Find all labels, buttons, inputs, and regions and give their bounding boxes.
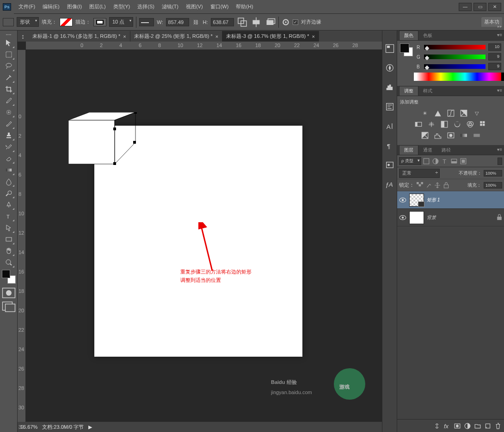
g-value[interactable]: 9	[488, 53, 501, 61]
stroke-swatch[interactable]	[93, 18, 106, 26]
filter-type-icon[interactable]: T	[442, 158, 448, 164]
panel-menu-icon[interactable]: ▾≡	[497, 88, 502, 93]
color-picker-tool[interactable]	[2, 270, 16, 284]
levels-icon[interactable]	[434, 109, 442, 117]
photofilter-icon[interactable]	[453, 120, 461, 128]
link-layers-icon[interactable]	[434, 423, 440, 429]
threshold-icon[interactable]	[447, 131, 455, 140]
path-select-tool[interactable]	[3, 222, 15, 233]
tab-adjustments[interactable]: 调整	[399, 86, 418, 96]
close-icon[interactable]: ×	[312, 34, 315, 39]
document-info[interactable]: 文档:23.0M/0 字节	[42, 424, 84, 431]
brush-tool[interactable]	[3, 118, 15, 129]
r-value[interactable]: 10	[488, 43, 501, 51]
rectangle-tool[interactable]	[3, 233, 15, 245]
fill-swatch[interactable]	[60, 18, 73, 26]
stroke-width-dropdown[interactable]: 10 点	[109, 17, 133, 27]
filter-shape-icon[interactable]	[451, 158, 457, 164]
stamp-tool[interactable]	[3, 129, 15, 141]
color-spectrum[interactable]	[414, 73, 504, 81]
type-tool[interactable]: T	[3, 210, 15, 222]
menu-help[interactable]: 帮助(H)	[232, 0, 257, 13]
colorlookup-icon[interactable]	[479, 120, 487, 128]
bw-icon[interactable]	[440, 120, 449, 128]
brightness-icon[interactable]: ☀	[421, 109, 429, 117]
fg-color-swatch[interactable]	[400, 43, 409, 53]
group-icon[interactable]	[474, 423, 481, 429]
b-value[interactable]: 9	[488, 63, 501, 70]
screen-mode-tool[interactable]	[2, 301, 16, 312]
tab-swatches[interactable]: 色板	[418, 31, 437, 40]
path-arrange-icon[interactable]	[264, 17, 276, 28]
tab-channels[interactable]: 通道	[418, 146, 437, 155]
lock-all-icon[interactable]	[443, 182, 449, 189]
layer-row[interactable]: 背景	[397, 209, 504, 226]
layer-name[interactable]: 背景	[427, 214, 494, 221]
eyedropper-tool[interactable]	[3, 95, 15, 106]
visibility-icon[interactable]	[399, 196, 406, 204]
foreground-color[interactable]	[2, 270, 10, 278]
menu-image[interactable]: 图像(I)	[63, 0, 86, 13]
eraser-tool[interactable]	[3, 152, 15, 164]
hue-icon[interactable]	[414, 120, 423, 128]
menu-view[interactable]: 视图(V)	[182, 0, 207, 13]
pen-tool[interactable]	[3, 199, 15, 210]
opacity-input[interactable]: 100%	[484, 170, 502, 176]
curves-icon[interactable]	[447, 109, 455, 117]
close-icon[interactable]: ×	[123, 34, 126, 39]
lock-image-icon[interactable]	[425, 182, 432, 189]
minimize-button[interactable]: —	[459, 3, 472, 11]
path-align-icon[interactable]	[251, 17, 262, 28]
healing-tool[interactable]	[3, 106, 15, 118]
new-layer-icon[interactable]	[485, 423, 491, 429]
dodge-tool[interactable]	[3, 187, 15, 199]
collapse-icon[interactable]: ▸▸	[498, 24, 502, 29]
document-tab-2[interactable]: 未标题-2 @ 25% (矩形 1, RGB/8) *×	[130, 31, 223, 42]
properties-panel-icon[interactable]	[385, 102, 395, 112]
crop-tool[interactable]	[3, 83, 15, 95]
lock-position-icon[interactable]	[434, 182, 441, 189]
layer-name[interactable]: 矩形 1	[427, 197, 502, 203]
marquee-tool[interactable]	[3, 49, 15, 60]
move-tool[interactable]	[3, 37, 15, 49]
menu-edit[interactable]: 编辑(E)	[39, 0, 63, 13]
exposure-icon[interactable]	[460, 109, 468, 117]
colorbalance-icon[interactable]	[427, 120, 436, 128]
stroke-style-dropdown[interactable]	[139, 18, 154, 26]
menu-file[interactable]: 文件(F)	[15, 0, 39, 13]
close-button[interactable]: ✕	[488, 3, 501, 11]
delete-layer-icon[interactable]	[495, 423, 501, 429]
histogram-panel-icon[interactable]	[385, 82, 395, 92]
gradient-tool[interactable]	[3, 164, 15, 176]
quick-mask-tool[interactable]	[2, 287, 16, 298]
path-combine-icon[interactable]	[237, 17, 248, 28]
vibrance-icon[interactable]: ▽	[473, 109, 481, 117]
gradientmap-icon[interactable]	[460, 131, 468, 140]
tabs-grip[interactable]	[22, 32, 26, 42]
glyphs-panel-icon[interactable]: ƒA	[385, 179, 395, 189]
filter-adjust-icon[interactable]	[432, 158, 439, 164]
b-slider[interactable]	[424, 64, 486, 69]
document-tab-3[interactable]: 未标题-3 @ 16.7% (矩形 1, RGB/8) *×	[222, 31, 319, 42]
r-slider[interactable]	[424, 45, 486, 49]
lock-transparent-icon[interactable]	[417, 182, 423, 189]
tool-preset[interactable]	[3, 18, 14, 26]
layer-thumbnail[interactable]	[409, 194, 424, 207]
link-icon[interactable]: ⛓	[192, 18, 200, 26]
document-tab-1[interactable]: 未标题-1 @ 16.7% (多边形 1, RGB/8) *×	[29, 31, 130, 42]
height-input[interactable]	[211, 18, 234, 26]
selectivecolor-icon[interactable]	[473, 131, 481, 140]
status-arrow[interactable]: ▶	[88, 424, 92, 430]
close-icon[interactable]: ×	[215, 34, 218, 39]
posterize-icon[interactable]	[434, 131, 442, 140]
width-input[interactable]	[166, 18, 189, 26]
tab-layers[interactable]: 图层	[399, 145, 418, 155]
hand-tool[interactable]	[3, 245, 15, 256]
layer-fx-icon[interactable]: fx	[444, 423, 450, 429]
shape-mode-dropdown[interactable]: 形状	[17, 17, 39, 27]
menu-select[interactable]: 选择(S)	[134, 0, 158, 13]
zoom-tool[interactable]	[3, 256, 15, 268]
adjustment-layer-icon[interactable]	[464, 423, 471, 429]
menu-type[interactable]: 类型(Y)	[110, 0, 134, 13]
layer-mask-icon[interactable]	[454, 423, 461, 429]
